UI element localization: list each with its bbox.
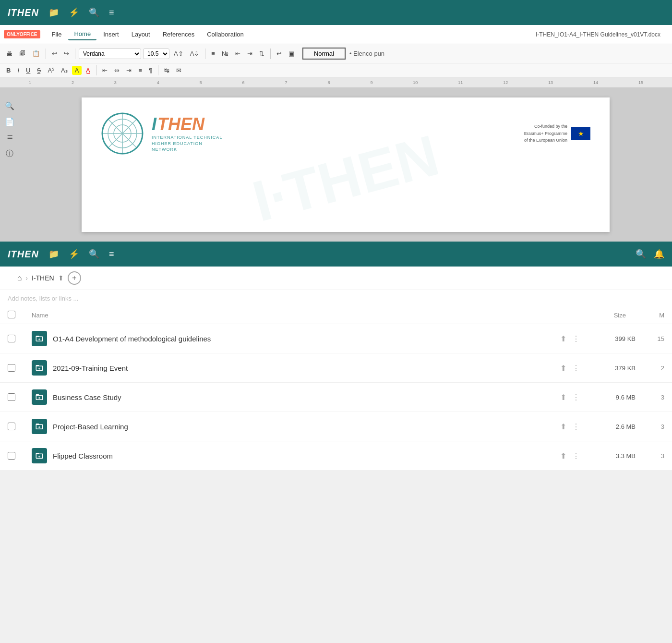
select-all-checkbox[interactable] xyxy=(8,311,15,318)
add-new-btn[interactable]: + xyxy=(68,271,81,285)
onlyoffice-logo[interactable]: ONLYOFFICE xyxy=(4,30,40,38)
color-fill-btn[interactable]: ▣ xyxy=(286,49,297,59)
copy-btn[interactable]: 🗐 xyxy=(17,49,28,59)
share-icon-3[interactable]: ⬆ xyxy=(560,422,566,431)
fm-bell-icon[interactable]: 🔔 xyxy=(654,249,664,259)
menu-file[interactable]: File xyxy=(46,29,68,40)
notes-placeholder[interactable]: Add notes, lists or links ... xyxy=(8,295,78,302)
file-row[interactable]: O1-A4 Development of methodological guid… xyxy=(0,324,672,353)
align-right-btn[interactable]: ⇥ xyxy=(124,65,134,75)
file-actions-3: ⬆ ⋮ xyxy=(560,422,580,431)
undo-btn[interactable]: ↩ xyxy=(49,49,60,59)
comments-icon[interactable]: 📄 xyxy=(5,117,14,126)
more-icon-2[interactable]: ⋮ xyxy=(572,393,580,402)
outline-icon[interactable]: ≣ xyxy=(7,133,13,142)
menu-insert[interactable]: Insert xyxy=(97,29,125,40)
search-icon[interactable]: 🔍 xyxy=(89,7,99,18)
line-spacing-btn[interactable]: ⇅ xyxy=(257,49,267,59)
file-checkbox-2[interactable] xyxy=(8,393,15,401)
share-icon-1[interactable]: ⬆ xyxy=(560,364,566,373)
logo-svg xyxy=(101,112,144,155)
fm-search-right-icon[interactable]: 🔍 xyxy=(636,249,646,259)
paste-btn[interactable]: 📋 xyxy=(30,49,42,59)
divider6 xyxy=(158,65,158,75)
editor-app-bar: ITHEN 📁 ⚡ 🔍 ≡ xyxy=(0,0,672,25)
style-normal-box[interactable]: Normal xyxy=(302,48,346,60)
fm-folder-icon[interactable]: 📁 xyxy=(48,249,59,259)
font-select[interactable]: Verdana xyxy=(79,49,141,59)
list-icon[interactable]: ≡ xyxy=(109,8,114,18)
list-unordered-btn[interactable]: ≡ xyxy=(209,49,217,59)
outdent-btn[interactable]: ⇤ xyxy=(233,49,243,59)
print-btn[interactable]: 🖶 xyxy=(4,49,15,59)
fm-bolt-icon[interactable]: ⚡ xyxy=(69,249,79,259)
strikethrough-btn[interactable]: S̲ xyxy=(35,65,43,75)
svg-point-9 xyxy=(38,397,40,399)
highlight-btn[interactable]: A xyxy=(72,66,82,75)
file-checkbox-4[interactable] xyxy=(8,452,15,460)
more-icon-3[interactable]: ⋮ xyxy=(572,422,580,431)
more-icon-4[interactable]: ⋮ xyxy=(572,451,580,461)
menu-references[interactable]: References xyxy=(157,29,200,40)
menu-layout[interactable]: Layout xyxy=(126,29,156,40)
breadcrumb-ithen[interactable]: I-THEN xyxy=(32,274,54,282)
share-icon-2[interactable]: ⬆ xyxy=(560,393,566,402)
fm-list-icon[interactable]: ≡ xyxy=(109,249,114,259)
share-icon-4[interactable]: ⬆ xyxy=(560,451,566,461)
breadcrumb-share-icon[interactable]: ⬆ xyxy=(58,274,64,282)
underline-btn[interactable]: U xyxy=(24,65,33,75)
fm-search-icon[interactable]: 🔍 xyxy=(89,249,99,259)
redo-btn[interactable]: ↪ xyxy=(61,49,72,59)
subscript-btn[interactable]: A₃ xyxy=(59,65,70,75)
row-check-3 xyxy=(8,423,32,430)
file-size-1: 379 KB xyxy=(588,364,636,372)
align-center-btn[interactable]: ⇔ xyxy=(112,65,122,75)
file-checkbox-1[interactable] xyxy=(8,364,15,372)
bolt-icon[interactable]: ⚡ xyxy=(69,7,79,18)
align-left-btn[interactable]: ⇤ xyxy=(100,65,110,75)
eu-line3: of the European Union xyxy=(524,137,567,144)
fm-logo: ITHEN xyxy=(8,249,39,260)
list-ordered-btn[interactable]: № xyxy=(219,49,231,59)
tab-stop-btn[interactable]: ↹ xyxy=(162,65,172,75)
file-row[interactable]: Business Case Study ⬆ ⋮ 9.6 MB 3 xyxy=(0,383,672,412)
file-checkbox-0[interactable] xyxy=(8,335,15,342)
font-size-select[interactable]: 10.5 xyxy=(143,49,169,59)
fm-app-bar-right: 🔍 🔔 xyxy=(636,249,664,259)
more-icon-0[interactable]: ⋮ xyxy=(572,334,580,343)
eu-text: Co-funded by the Erasmus+ Programme of t… xyxy=(524,123,567,144)
file-checkbox-3[interactable] xyxy=(8,423,15,430)
erase-btn[interactable]: ↩ xyxy=(274,49,284,59)
align-justify-btn[interactable]: ≡ xyxy=(136,65,144,75)
file-row[interactable]: 2021-09-Training Event ⬆ ⋮ 379 KB 2 xyxy=(0,353,672,383)
paragraph-btn[interactable]: ¶ xyxy=(146,65,155,75)
fm-hamburger-icon[interactable]: ≡ xyxy=(8,273,13,284)
search-left-icon[interactable]: 🔍 xyxy=(5,101,14,110)
file-row[interactable]: Project-Based Learning ⬆ ⋮ 2.6 MB 3 xyxy=(0,412,672,441)
svg-point-10 xyxy=(38,426,40,428)
info-icon[interactable]: ⓘ xyxy=(6,149,13,159)
fontcolor-btn[interactable]: A̲ xyxy=(84,65,93,75)
toolbar-row2: B I U S̲ A⁵ A₃ A A̲ ⇤ ⇔ ⇥ ≡ ¶ ↹ ✉ xyxy=(0,63,672,77)
share-icon-0[interactable]: ⬆ xyxy=(560,334,566,343)
folder-icon[interactable]: 📁 xyxy=(48,7,59,18)
file-row[interactable]: Flipped Classroom ⬆ ⋮ 3.3 MB 3 xyxy=(0,441,672,471)
bold-btn[interactable]: B xyxy=(4,65,13,75)
fm-breadcrumb-bar: ≡ ⌂ › I-THEN ⬆ + xyxy=(0,267,672,290)
font-grow-btn[interactable]: A⇧ xyxy=(171,49,186,59)
indent-btn[interactable]: ⇥ xyxy=(245,49,255,59)
fm-home-icon[interactable]: ⌂ xyxy=(17,274,22,282)
row-check-1 xyxy=(8,364,32,372)
superscript-btn[interactable]: A⁵ xyxy=(45,65,57,75)
font-shrink-btn[interactable]: A⇩ xyxy=(188,49,202,59)
file-name-3: Project-Based Learning xyxy=(53,423,560,431)
italic-btn[interactable]: I xyxy=(15,65,22,75)
mail-merge-btn[interactable]: ✉ xyxy=(174,65,184,75)
menu-home[interactable]: Home xyxy=(68,28,96,40)
svg-point-7 xyxy=(38,339,40,340)
folder-icon-3 xyxy=(32,419,47,434)
logo-line3: NETWORK xyxy=(152,147,177,152)
menu-collaboration[interactable]: Collaboration xyxy=(201,29,250,40)
more-icon-1[interactable]: ⋮ xyxy=(572,364,580,373)
file-date-4: 3 xyxy=(636,452,664,460)
